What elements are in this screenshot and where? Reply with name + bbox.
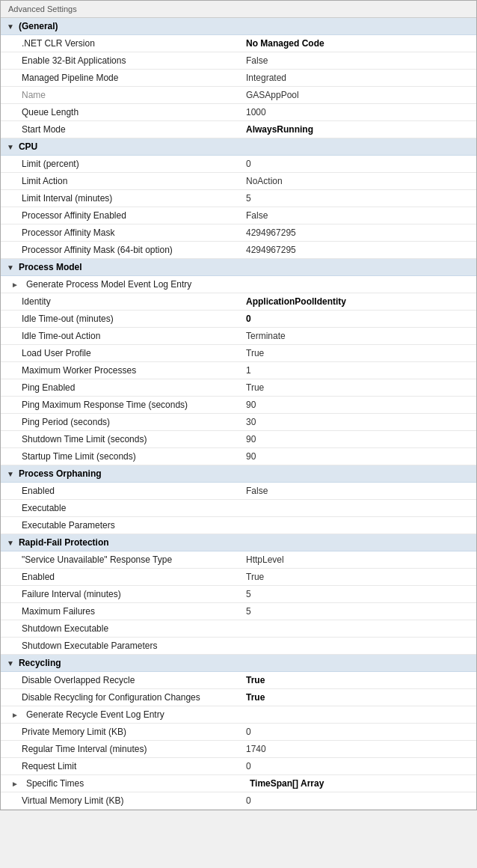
label-ping-max-response: Ping Maximum Response Time (seconds) bbox=[1, 398, 240, 412]
value-orphan-enabled: False bbox=[240, 484, 476, 498]
row-limit-percent: Limit (percent) 0 bbox=[1, 156, 476, 173]
row-shutdown-limit: Shutdown Time Limit (seconds) 90 bbox=[1, 431, 476, 448]
label-idle-timeout-action: Idle Time-out Action bbox=[1, 329, 240, 343]
value-limit-interval: 5 bbox=[240, 192, 476, 205]
collapse-arrow-process-model: ▼ bbox=[7, 263, 14, 272]
label-affinity-mask: Processor Affinity Mask bbox=[1, 226, 240, 239]
row-name: Name GASAppPool bbox=[1, 87, 476, 104]
label-gen-recycle-log: Generate Recycle Event Log Entry bbox=[23, 708, 476, 721]
label-name: Name bbox=[1, 88, 240, 102]
section-rapid-fail[interactable]: ▼ Rapid-Fail Protection bbox=[1, 534, 476, 551]
row-orphan-enabled: Enabled False bbox=[1, 483, 476, 500]
row-queue: Queue Length 1000 bbox=[1, 104, 476, 121]
row-ping-enabled: Ping Enabled True bbox=[1, 379, 476, 397]
row-orphan-executable: Executable bbox=[1, 500, 476, 517]
label-shutdown-exec-params: Shutdown Executable Parameters bbox=[1, 639, 240, 652]
window: Advanced Settings ▼ (General) .NET CLR V… bbox=[0, 0, 477, 810]
row-specific-times[interactable]: ► Specific Times TimeSpan[] Array bbox=[1, 775, 476, 792]
label-specific-times: Specific Times bbox=[23, 777, 250, 790]
section-rapid-fail-label: Rapid-Fail Protection bbox=[19, 537, 109, 548]
collapse-arrow-recycling: ▼ bbox=[7, 659, 14, 667]
label-32bit: Enable 32-Bit Applications bbox=[1, 54, 240, 67]
row-failure-interval: Failure Interval (minutes) 5 bbox=[1, 586, 476, 603]
collapse-arrow-orphaning: ▼ bbox=[7, 470, 14, 478]
expand-arrow-gen-process: ► bbox=[1, 279, 23, 290]
label-ping-period: Ping Period (seconds) bbox=[1, 415, 240, 429]
value-max-failures: 5 bbox=[240, 605, 476, 618]
label-queue: Queue Length bbox=[1, 106, 240, 119]
label-virtual-memory: Virtual Memory Limit (KB) bbox=[1, 794, 240, 807]
section-general[interactable]: ▼ (General) bbox=[1, 18, 476, 35]
label-net-clr: .NET CLR Version bbox=[1, 37, 240, 50]
expand-arrow-gen-recycle: ► bbox=[1, 709, 23, 721]
label-affinity-enabled: Processor Affinity Enabled bbox=[1, 209, 240, 222]
value-disable-overlap: True bbox=[240, 673, 476, 687]
row-affinity-mask-64: Processor Affinity Mask (64-bit option) … bbox=[1, 242, 476, 259]
settings-container: ▼ (General) .NET CLR Version No Managed … bbox=[1, 18, 476, 810]
label-max-failures: Maximum Failures bbox=[1, 605, 240, 618]
row-orphan-params: Executable Parameters bbox=[1, 517, 476, 534]
label-rfp-enabled: Enabled bbox=[1, 570, 240, 584]
value-queue: 1000 bbox=[240, 106, 476, 119]
row-ping-period: Ping Period (seconds) 30 bbox=[1, 414, 476, 431]
section-cpu-label: CPU bbox=[19, 141, 37, 152]
row-gen-process-log[interactable]: ► Generate Process Model Event Log Entry bbox=[1, 276, 476, 293]
row-affinity-mask: Processor Affinity Mask 4294967295 bbox=[1, 224, 476, 242]
section-orphaning-label: Process Orphaning bbox=[19, 468, 102, 479]
value-orphan-executable bbox=[240, 507, 476, 510]
label-disable-recycle-config: Disable Recycling for Configuration Chan… bbox=[1, 691, 240, 704]
value-load-user-profile: True bbox=[240, 346, 476, 360]
row-net-clr: .NET CLR Version No Managed Code bbox=[1, 35, 476, 52]
title-bar: Advanced Settings bbox=[1, 1, 476, 18]
collapse-arrow-rapid-fail: ▼ bbox=[7, 539, 14, 547]
row-virtual-memory: Virtual Memory Limit (KB) 0 bbox=[1, 792, 476, 810]
value-svc-unavail: HttpLevel bbox=[240, 553, 476, 566]
value-affinity-mask: 4294967295 bbox=[240, 226, 476, 239]
value-limit-action: NoAction bbox=[240, 174, 476, 188]
value-ping-max-response: 90 bbox=[240, 398, 476, 412]
row-rfp-enabled: Enabled True bbox=[1, 569, 476, 586]
row-request-limit: Request Limit 0 bbox=[1, 758, 476, 775]
label-identity: Identity bbox=[1, 295, 240, 308]
value-idle-timeout: 0 bbox=[240, 312, 476, 326]
collapse-arrow-cpu: ▼ bbox=[7, 143, 14, 151]
label-gen-process-log: Generate Process Model Event Log Entry bbox=[23, 278, 476, 291]
row-gen-recycle-log[interactable]: ► Generate Recycle Event Log Entry bbox=[1, 706, 476, 724]
row-idle-timeout-action: Idle Time-out Action Terminate bbox=[1, 328, 476, 345]
value-orphan-params bbox=[240, 524, 476, 527]
value-affinity-mask-64: 4294967295 bbox=[240, 243, 476, 257]
value-idle-timeout-action: Terminate bbox=[240, 329, 476, 343]
value-startmode: AlwaysRunning bbox=[240, 123, 476, 136]
value-limit-percent: 0 bbox=[240, 157, 476, 171]
label-regular-time: Regular Time Interval (minutes) bbox=[1, 742, 240, 756]
label-disable-overlap: Disable Overlapped Recycle bbox=[1, 673, 240, 687]
label-shutdown-exec: Shutdown Executable bbox=[1, 622, 240, 635]
label-idle-timeout: Idle Time-out (minutes) bbox=[1, 312, 240, 326]
value-max-worker: 1 bbox=[240, 364, 476, 377]
expand-arrow-specific-times: ► bbox=[1, 778, 23, 789]
section-orphaning[interactable]: ▼ Process Orphaning bbox=[1, 465, 476, 483]
value-shutdown-limit: 90 bbox=[240, 433, 476, 446]
value-rfp-enabled: True bbox=[240, 570, 476, 584]
value-identity: ApplicationPoolIdentity bbox=[240, 295, 476, 308]
row-pipeline: Managed Pipeline Mode Integrated bbox=[1, 70, 476, 87]
label-orphan-enabled: Enabled bbox=[1, 484, 240, 498]
label-affinity-mask-64: Processor Affinity Mask (64-bit option) bbox=[1, 243, 240, 257]
section-process-model[interactable]: ▼ Process Model bbox=[1, 259, 476, 276]
row-load-user-profile: Load User Profile True bbox=[1, 345, 476, 362]
row-limit-action: Limit Action NoAction bbox=[1, 173, 476, 190]
label-request-limit: Request Limit bbox=[1, 760, 240, 773]
value-shutdown-exec-params bbox=[240, 644, 476, 647]
label-max-worker: Maximum Worker Processes bbox=[1, 364, 240, 377]
value-request-limit: 0 bbox=[240, 760, 476, 773]
label-pipeline: Managed Pipeline Mode bbox=[1, 71, 240, 85]
label-limit-action: Limit Action bbox=[1, 174, 240, 188]
label-shutdown-limit: Shutdown Time Limit (seconds) bbox=[1, 433, 240, 446]
value-specific-times: TimeSpan[] Array bbox=[250, 777, 476, 790]
section-recycling[interactable]: ▼ Recycling bbox=[1, 655, 476, 672]
collapse-arrow-general: ▼ bbox=[7, 22, 14, 31]
row-idle-timeout: Idle Time-out (minutes) 0 bbox=[1, 311, 476, 328]
window-title: Advanced Settings bbox=[8, 4, 77, 13]
section-cpu[interactable]: ▼ CPU bbox=[1, 138, 476, 156]
value-ping-enabled: True bbox=[240, 381, 476, 394]
